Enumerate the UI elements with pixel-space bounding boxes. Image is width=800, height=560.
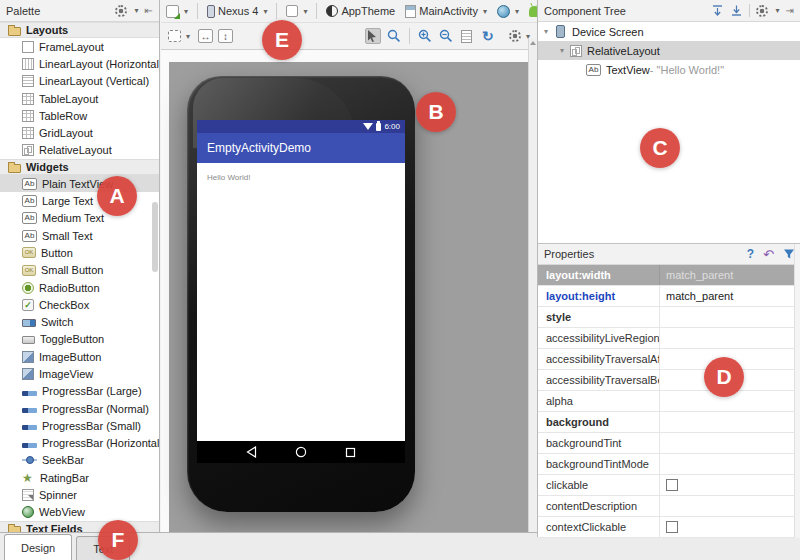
tree-node-device-screen[interactable]: ▾Device Screen	[538, 22, 800, 41]
property-row-backgroundtintmode[interactable]: backgroundTintMode	[538, 454, 800, 475]
zoom-to-fit-button[interactable]: ▾	[165, 28, 193, 44]
tree-expander-icon[interactable]: ▾	[544, 27, 554, 36]
device-frame: 6:00 EmptyActivityDemo Hello World!	[187, 76, 415, 512]
zoom-actual-button[interactable]	[386, 28, 402, 44]
expand-all-icon[interactable]	[711, 4, 724, 17]
palette-item-progressbar-horizontal-[interactable]: ProgressBar (Horizontal)	[0, 435, 159, 452]
palette-section-layouts[interactable]: Layouts	[0, 22, 159, 38]
property-row-layout-width[interactable]: layout:widthmatch_parent	[538, 265, 800, 286]
collapse-all-icon[interactable]	[730, 4, 743, 17]
nav-home-icon[interactable]	[295, 446, 307, 458]
property-row-backgroundtint[interactable]: backgroundTint	[538, 433, 800, 454]
palette-section-widgets[interactable]: Widgets	[0, 159, 159, 175]
property-value[interactable]: match_parent	[659, 286, 800, 306]
palette-item-imagebutton[interactable]: ImageButton	[0, 348, 159, 365]
palette-settings-caret-icon[interactable]: ▾	[135, 6, 139, 15]
palette-item-linearlayout-vertical-[interactable]: LinearLayout (Vertical)	[0, 73, 159, 90]
palette-item-checkbox[interactable]: ✓CheckBox	[0, 296, 159, 313]
palette-item-radiobutton[interactable]: RadioButton	[0, 279, 159, 296]
tree-expander-icon[interactable]: ▾	[560, 46, 570, 55]
palette-item-seekbar[interactable]: SeekBar	[0, 452, 159, 469]
device-screen[interactable]: 6:00 EmptyActivityDemo Hello World!	[197, 120, 405, 463]
palette-item-progressbar-normal-[interactable]: ProgressBar (Normal)	[0, 400, 159, 417]
tablerow-icon	[22, 110, 34, 122]
palette-settings-gear-icon[interactable]	[115, 5, 127, 17]
expand-vertical-button[interactable]: ↕	[218, 29, 233, 43]
property-row-clickable[interactable]: clickable	[538, 475, 800, 496]
reset-icon[interactable]: ↶	[763, 247, 774, 262]
palette-item-switch[interactable]: Switch	[0, 313, 159, 330]
property-row-contextclickable[interactable]: contextClickable	[538, 517, 800, 538]
palette-hide-icon[interactable]: ⇤	[145, 5, 153, 16]
property-value[interactable]	[659, 496, 800, 516]
palette-item-small-button[interactable]: OKSmall Button	[0, 262, 159, 279]
palette-item-imageview[interactable]: ImageView	[0, 365, 159, 382]
palette-item-framelayout[interactable]: FrameLayout	[0, 38, 159, 55]
zoom-in-button[interactable]	[417, 28, 433, 44]
tree-node-textview[interactable]: AbTextView - "Hello World!"	[538, 60, 800, 79]
scrollbar-up-arrow-icon[interactable]	[530, 41, 536, 45]
nav-recents-icon[interactable]	[345, 447, 356, 458]
preview-xml-button[interactable]	[459, 28, 475, 44]
tree-gear-caret-icon[interactable]: ▾	[776, 6, 780, 15]
property-value[interactable]: match_parent	[659, 265, 800, 285]
property-value[interactable]	[659, 307, 800, 327]
palette-item-small-text[interactable]: AbSmall Text	[0, 227, 159, 244]
palette-item-progressbar-large-[interactable]: ProgressBar (Large)	[0, 383, 159, 400]
property-row-accessibilitytraversalbefc[interactable]: accessibilityTraversalBefc	[538, 370, 800, 391]
tree-hide-icon[interactable]: ⇥	[786, 5, 794, 16]
tree-node-relativelayout[interactable]: ▾RelativeLayout	[538, 41, 800, 60]
theme-selector[interactable]: AppTheme	[323, 3, 398, 19]
palette-item-tablelayout[interactable]: TableLayout	[0, 90, 159, 107]
help-icon[interactable]: ?	[747, 247, 754, 261]
property-value[interactable]	[659, 412, 800, 432]
device-selector[interactable]: Nexus 4 ▾	[204, 3, 270, 20]
property-checkbox[interactable]	[666, 479, 678, 491]
palette-item-button[interactable]: OKButton	[0, 244, 159, 261]
tab-design[interactable]: Design	[4, 534, 72, 560]
zoom-out-button[interactable]	[438, 28, 454, 44]
property-row-accessibilitytraversalafte[interactable]: accessibilityTraversalAfte	[538, 349, 800, 370]
refresh-button[interactable]: ↻	[480, 28, 496, 44]
palette-item-relativelayout[interactable]: RelativeLayout	[0, 142, 159, 159]
property-value[interactable]	[659, 475, 800, 495]
property-row-accessibilityliveregion[interactable]: accessibilityLiveRegion	[538, 328, 800, 349]
palette-title: Palette	[6, 5, 115, 17]
hello-world-textview[interactable]: Hello World!	[207, 173, 250, 182]
property-value[interactable]	[659, 433, 800, 453]
palette-item-medium-text[interactable]: AbMedium Text	[0, 210, 159, 227]
property-value[interactable]	[659, 517, 800, 537]
palette-item-spinner[interactable]: Spinner	[0, 486, 159, 503]
property-checkbox[interactable]	[666, 521, 678, 533]
tree-settings-gear-icon[interactable]	[756, 5, 768, 17]
palette-scrollbar[interactable]	[152, 202, 158, 272]
palette-item-linearlayout-horizontal-[interactable]: LinearLayout (Horizontal)	[0, 55, 159, 72]
property-row-contentdescription[interactable]: contentDescription	[538, 496, 800, 517]
screen-content[interactable]: Hello World!	[197, 163, 405, 441]
nav-back-icon[interactable]	[246, 446, 257, 458]
activity-selector[interactable]: MainActivity ▾	[402, 3, 490, 20]
palette-item-togglebutton[interactable]: ToggleButton	[0, 331, 159, 348]
palette-item-webview[interactable]: WebView	[0, 504, 159, 521]
folder-icon	[8, 164, 21, 173]
property-row-layout-height[interactable]: layout:heightmatch_parent	[538, 286, 800, 307]
palette-item-progressbar-small-[interactable]: ProgressBar (Small)	[0, 417, 159, 434]
property-value[interactable]	[659, 328, 800, 348]
palette-item-gridlayout[interactable]: GridLayout	[0, 124, 159, 141]
property-row-alpha[interactable]: alpha	[538, 391, 800, 412]
properties-scrollbar[interactable]	[794, 244, 800, 538]
palette-item-tablerow[interactable]: TableRow	[0, 107, 159, 124]
preview-layout-button[interactable]: ▾	[163, 3, 191, 20]
property-name: layout:height	[538, 290, 659, 302]
palette-item-ratingbar[interactable]: ★RatingBar	[0, 469, 159, 486]
property-row-background[interactable]: background	[538, 412, 800, 433]
locale-selector[interactable]: ▾	[494, 3, 522, 20]
design-canvas[interactable]: 6:00 EmptyActivityDemo Hello World!	[169, 62, 528, 532]
orientation-selector[interactable]: ▾	[283, 3, 310, 19]
palette-item-label: Small Button	[41, 264, 103, 276]
expand-horizontal-button[interactable]: ↔	[198, 29, 213, 43]
property-value[interactable]	[659, 454, 800, 474]
property-row-style[interactable]: style	[538, 307, 800, 328]
canvas-scrollbar[interactable]	[528, 38, 537, 532]
pan-select-button[interactable]	[365, 28, 381, 44]
